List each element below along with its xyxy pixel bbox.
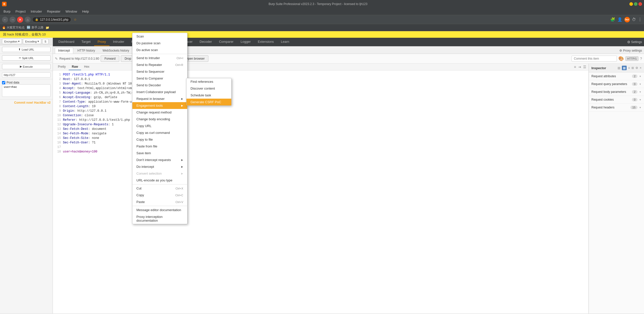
cm-change-method[interactable]: Change request method bbox=[132, 109, 187, 116]
cm-proxy-doc[interactable]: Proxy interception documentation bbox=[132, 213, 187, 224]
sub-context-menu: Find references Discover content Schedul… bbox=[186, 78, 232, 106]
cm-active-scan[interactable]: Do active scan bbox=[132, 47, 187, 53]
cm-send-intruder[interactable]: Send to IntruderCtrl+I bbox=[132, 55, 187, 61]
cm-cut[interactable]: CutCtrl+X bbox=[132, 185, 187, 192]
sub-cm-discover-content[interactable]: Discover content bbox=[186, 85, 231, 92]
sub-cm-schedule-task[interactable]: Schedule task bbox=[186, 92, 231, 99]
sub-cm-find-references[interactable]: Find references bbox=[186, 78, 231, 85]
cm-copy-curl[interactable]: Copy as curl command bbox=[132, 129, 187, 136]
cm-sep2 bbox=[132, 184, 187, 184]
cm-send-comparer[interactable]: Send to Comparer bbox=[132, 75, 187, 82]
cm-send-sequencer[interactable]: Send to Sequencer bbox=[132, 68, 187, 75]
sub-cm-generate-csrf[interactable]: Generate CSRF PoC bbox=[186, 99, 231, 105]
cm-engagement-tools[interactable]: Engagement tools▶ bbox=[132, 102, 187, 109]
cm-sep1 bbox=[132, 54, 187, 54]
cm-send-repeater[interactable]: Send to RepeaterCtrl+R bbox=[132, 61, 187, 68]
cm-message-doc[interactable]: Message editor documentation bbox=[132, 207, 187, 213]
cm-insert-collab[interactable]: Insert Collaborator payload bbox=[132, 89, 187, 95]
cm-send-decoder[interactable]: Send to Decoder bbox=[132, 82, 187, 89]
cm-copy-url[interactable]: Copy URL bbox=[132, 123, 187, 129]
cm-sep3 bbox=[132, 206, 187, 206]
cm-request-browser[interactable]: Request in browser▶ bbox=[132, 95, 187, 102]
cm-passive-scan[interactable]: Do passive scan bbox=[132, 40, 187, 47]
cm-save-item[interactable]: Save item bbox=[132, 150, 187, 156]
cm-paste-file[interactable]: Paste from file bbox=[132, 143, 187, 150]
cm-paste[interactable]: PasteCtrl+V bbox=[132, 199, 187, 205]
cm-copy[interactable]: CopyCtrl+C bbox=[132, 192, 187, 199]
context-menu-overlay[interactable] bbox=[0, 0, 644, 314]
cm-url-encode[interactable]: URL-encode as you type bbox=[132, 177, 187, 184]
cm-copy-file[interactable]: Copy to file bbox=[132, 136, 187, 143]
cm-do-intercept[interactable]: Do intercept▶ bbox=[132, 163, 187, 170]
context-menu: Scan Do passive scan Do active scan Send… bbox=[132, 33, 187, 224]
cm-dont-intercept[interactable]: Don't intercept requests▶ bbox=[132, 156, 187, 163]
cm-convert-selection: Convert selection▶ bbox=[132, 170, 187, 177]
cm-change-body[interactable]: Change body encoding bbox=[132, 116, 187, 123]
cm-scan[interactable]: Scan bbox=[132, 33, 187, 40]
